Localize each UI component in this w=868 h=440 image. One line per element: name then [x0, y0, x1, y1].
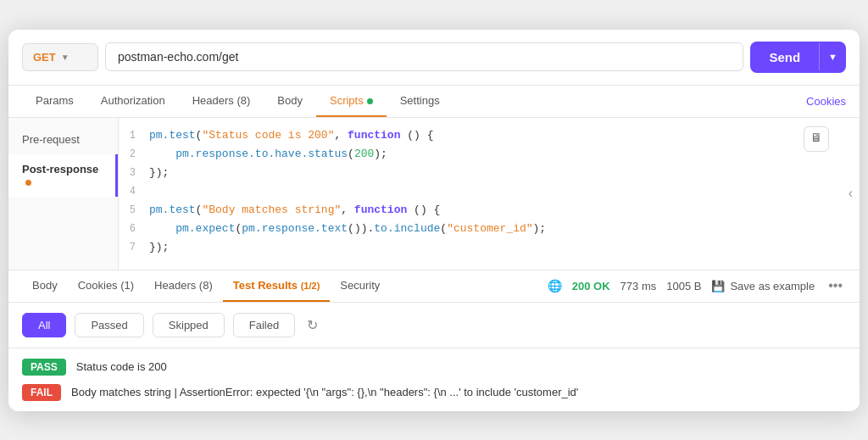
- pass-badge: PASS: [22, 359, 66, 376]
- resp-tab-test-results[interactable]: Test Results (1/2): [223, 270, 331, 302]
- url-bar: GET ▼ Send ▼: [8, 30, 860, 86]
- method-chevron-icon: ▼: [61, 53, 70, 62]
- code-line-7: 7 });: [119, 238, 860, 257]
- snippet-icon-btn[interactable]: 🖥: [804, 126, 829, 152]
- response-size: 1005 B: [666, 280, 701, 292]
- filter-failed-button[interactable]: Failed: [233, 313, 295, 337]
- editor-icons: 🖥: [804, 126, 829, 152]
- resp-tab-test-results-label: Test Results: [233, 279, 301, 292]
- resp-tab-headers[interactable]: Headers (8): [144, 270, 223, 302]
- tab-params[interactable]: Params: [22, 86, 87, 117]
- test-result-fail: FAIL Body matches string | AssertionErro…: [22, 384, 846, 401]
- tab-authorization[interactable]: Authorization: [87, 86, 179, 117]
- request-tabs: Params Authorization Headers (8) Body Sc…: [8, 86, 860, 118]
- scripts-dot: [367, 98, 373, 104]
- filter-row: All Passed Skipped Failed ↻: [8, 303, 860, 348]
- tab-body[interactable]: Body: [264, 86, 316, 117]
- code-line-3: 3 });: [119, 164, 860, 182]
- main-window: GET ▼ Send ▼ Params Authorization Header…: [8, 30, 860, 411]
- save-as-example-label: Save as example: [730, 280, 815, 292]
- code-line-4: 4: [119, 182, 860, 201]
- sidebar-tabs: Pre-request Post-response: [8, 118, 119, 270]
- filter-passed-button[interactable]: Passed: [75, 313, 143, 337]
- pass-description: Status code is 200: [76, 360, 167, 373]
- fail-badge: FAIL: [22, 384, 61, 401]
- collapse-arrow-icon[interactable]: ‹: [849, 186, 853, 201]
- tab-scripts[interactable]: Scripts: [316, 86, 387, 117]
- response-meta: 🌐 200 OK 773 ms 1005 B 💾 Save as example…: [548, 278, 846, 293]
- globe-icon: 🌐: [548, 279, 562, 292]
- code-line-2: 2 pm.response.to.have.status(200);: [119, 145, 860, 164]
- send-label: Send: [750, 42, 819, 73]
- cookies-link[interactable]: Cookies: [806, 95, 846, 108]
- method-select[interactable]: GET ▼: [22, 43, 98, 71]
- post-response-dot: [25, 180, 31, 186]
- test-results-badge: (1/2): [301, 281, 320, 291]
- more-options-button[interactable]: •••: [825, 278, 846, 293]
- url-input[interactable]: [105, 42, 743, 71]
- send-chevron-icon: ▼: [819, 43, 846, 70]
- resp-tab-cookies[interactable]: Cookies (1): [68, 270, 144, 302]
- test-results-panel: PASS Status code is 200 FAIL Body matche…: [8, 348, 860, 411]
- code-line-6: 6 pm.expect(pm.response.text()).to.inclu…: [119, 220, 860, 238]
- sidebar-tab-pre-request[interactable]: Pre-request: [8, 125, 118, 154]
- method-label: GET: [33, 51, 56, 64]
- response-time: 773 ms: [620, 280, 657, 292]
- code-editor[interactable]: 1 pm.test("Status code is 200", function…: [119, 118, 860, 270]
- response-tabs: Body Cookies (1) Headers (8) Test Result…: [8, 270, 860, 303]
- refresh-button[interactable]: ↻: [303, 314, 321, 337]
- sidebar-tab-post-response[interactable]: Post-response: [8, 154, 118, 197]
- save-as-example-button[interactable]: 💾 Save as example: [711, 280, 815, 292]
- fail-description: Body matches string | AssertionError: ex…: [71, 386, 578, 398]
- tab-scripts-label: Scripts: [330, 94, 364, 107]
- tab-headers[interactable]: Headers (8): [179, 86, 264, 117]
- resp-tab-security[interactable]: Security: [330, 270, 390, 302]
- status-code: 200 OK: [572, 280, 610, 292]
- send-button[interactable]: Send ▼: [750, 42, 846, 73]
- code-line-1: 1 pm.test("Status code is 200", function…: [119, 126, 860, 145]
- filter-skipped-button[interactable]: Skipped: [153, 313, 225, 337]
- test-result-pass: PASS Status code is 200: [22, 359, 846, 376]
- editor-area: Pre-request Post-response 1 pm.test("Sta…: [8, 118, 860, 270]
- tab-settings[interactable]: Settings: [387, 86, 453, 117]
- code-line-5: 5 pm.test("Body matches string", functio…: [119, 201, 860, 220]
- resp-tab-body[interactable]: Body: [22, 270, 68, 302]
- filter-all-button[interactable]: All: [22, 313, 66, 337]
- sidebar-post-response-label: Post-response: [22, 163, 98, 175]
- save-icon: 💾: [711, 280, 725, 292]
